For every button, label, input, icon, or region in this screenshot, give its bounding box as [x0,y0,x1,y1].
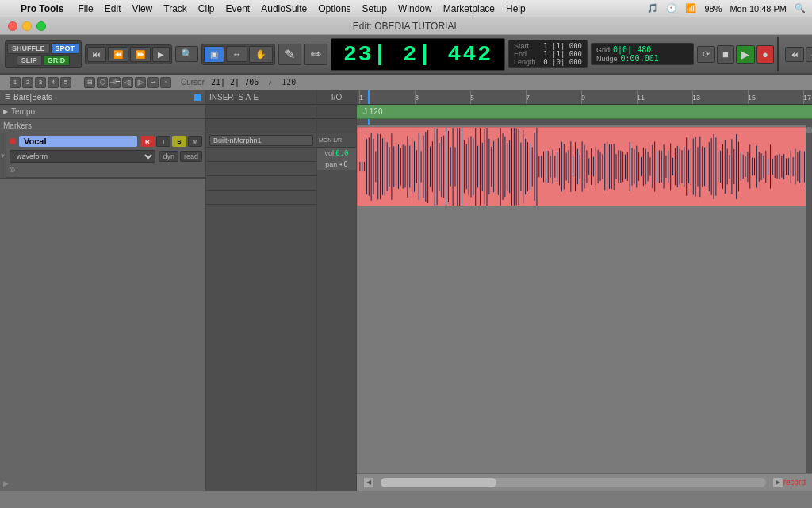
vocal-audio-region[interactable] [357,127,812,206]
loop-region-btn[interactable]: ⊣⊢ [109,77,121,88]
num-1[interactable]: 1 [10,77,21,88]
loop-button[interactable]: ⟳ [697,46,715,63]
menu-file[interactable]: File [78,3,93,14]
bottom-scrollbar: ◀ ▶ record [357,473,812,491]
automation-controls: dyn read [159,151,202,162]
record-arm-button[interactable]: R [140,136,155,147]
input-monitor-button[interactable]: I [156,136,170,147]
forward-button[interactable]: ⏩ [130,47,151,62]
insert-slot-1[interactable]: Built-nMcrphn1 [206,133,316,148]
nav-start[interactable]: ⏮ [785,47,804,62]
zoom-button[interactable]: 🔍 [175,46,198,62]
pencil-tool[interactable]: ✏ [304,44,327,65]
track-expand-btn[interactable]: ▼ [0,133,6,178]
record-arm-indicator [10,138,16,144]
waveform-view-select[interactable]: waveform [10,150,155,163]
io-output-slot[interactable]: MON L/R [317,133,356,148]
vocal-track-strip: Vocal R I S M waveform [6,133,205,178]
num-3[interactable]: 3 [35,77,46,88]
rewind-button[interactable]: ⏮ [87,47,106,62]
pre-roll-btn[interactable]: ◁| [122,77,133,88]
ruler-mark-13: 13 [690,90,700,104]
num-4[interactable]: 4 [48,77,59,88]
menu-options[interactable]: Options [318,3,350,14]
io-header: I/O [317,90,356,105]
track-name[interactable]: Vocal [19,136,137,147]
num-2[interactable]: 2 [22,77,33,88]
menu-track[interactable]: Track [163,3,187,14]
cursor-bar: 1 2 3 4 5 ⊞ ⬡ ⊣⊢ ◁| |▷ ⊸ ▫ Cursor 21| 2|… [0,75,812,90]
menu-clip[interactable]: Clip [198,3,215,14]
expand-arrow[interactable]: ▶ [3,479,9,487]
track-list: ☰ Bars|Beats ▶ Tempo Markers ▼ Vocal [0,90,206,491]
battery-status: 98% [704,4,722,13]
back-button[interactable]: ⏪ [108,47,128,62]
time-display: Mon 10:48 PM [730,4,787,13]
pan-arrow: ◂ [339,160,342,168]
insert-slot-2[interactable] [206,148,316,162]
markers-label: Markers [3,121,32,130]
midi-in-btn[interactable]: ⊸ [147,77,159,88]
scroll-left-arrow[interactable]: ◀ [363,477,374,488]
menu-audiosuite[interactable]: AudioSuite [261,3,307,14]
record-status-label: record [783,478,806,487]
vol-pan-display: vol 0.0 pan ◂ 0 [317,148,356,170]
markers-row[interactable]: Markers [0,119,205,133]
scroll-right-arrow[interactable]: ▶ [772,477,783,488]
play2-button[interactable]: ▶ [736,45,755,64]
insert-slot-4[interactable] [206,176,316,190]
menu-window[interactable]: Window [398,3,432,14]
selector-tool[interactable]: ▣ [204,46,224,63]
tempo-bar[interactable]: J 120 [357,105,812,119]
scroll-thumb[interactable] [381,478,496,487]
play-button[interactable]: ▶ [152,47,170,62]
mute-button[interactable]: M [188,136,202,147]
search-icon[interactable]: 🔍 [795,3,806,13]
menu-event[interactable]: Event [226,3,251,14]
close-button[interactable] [8,21,17,31]
minimize-button[interactable] [22,21,32,31]
link-btn[interactable]: ⬡ [97,77,108,88]
post-roll-btn[interactable]: |▷ [135,77,146,88]
slip-button[interactable]: SLIP [17,55,42,66]
grid-snap-btn[interactable]: ⊞ [84,77,95,88]
vol-value: 0.0 [335,149,348,157]
zoom-out-btn[interactable]: ▫ [160,77,171,88]
timeline-ruler[interactable]: 1 3 5 7 9 11 13 15 17 19 21 [357,90,812,105]
menu-edit[interactable]: Edit [105,3,121,14]
num-5[interactable]: 5 [60,77,71,88]
grid-mode-button[interactable]: GRID [43,55,71,66]
plugin-name[interactable]: Built-nMcrphn1 [209,135,313,146]
nav-back[interactable]: ◀ [806,47,812,62]
grid-value: 0|0| 480 [613,45,651,54]
menu-setup[interactable]: Setup [362,3,387,14]
tracks-scroll[interactable] [357,125,812,473]
insert-slot-5[interactable] [206,190,316,205]
pan-label: pan [325,160,337,168]
insert-slot-3[interactable] [206,162,316,176]
menu-view[interactable]: View [132,3,152,14]
edit-tools-group: ▣ ↔ ✋ [201,44,275,65]
record-button[interactable]: ● [756,45,774,64]
maximize-button[interactable] [36,21,46,31]
dyn-button[interactable]: dyn [159,151,178,162]
menu-marketplace[interactable]: Marketplace [443,3,495,14]
routing-label: MON L/R [319,137,342,143]
trim-tool[interactable]: ↔ [226,46,247,62]
ruler-label: Bars|Beats [13,93,52,102]
timeline-playhead [368,90,370,104]
spot-button[interactable]: SPOT [51,43,80,54]
solo-button[interactable]: S [172,136,186,147]
menu-help[interactable]: Help [506,3,526,14]
smart-tool[interactable]: ✎ [278,44,301,65]
right-scroll-thumb[interactable] [806,127,812,133]
app-name[interactable]: Pro Tools [21,3,63,14]
ruler-mark-15: 15 [745,90,756,104]
read-button[interactable]: read [180,151,202,162]
ruler-mark-11: 11 [634,90,645,104]
scroll-track[interactable] [381,478,766,487]
stop-button[interactable]: ■ [717,45,734,64]
shuffle-button[interactable]: SHUFFLE [7,43,50,54]
hand-tool[interactable]: ✋ [249,46,273,63]
tempo-row[interactable]: ▶ Tempo [0,105,205,119]
